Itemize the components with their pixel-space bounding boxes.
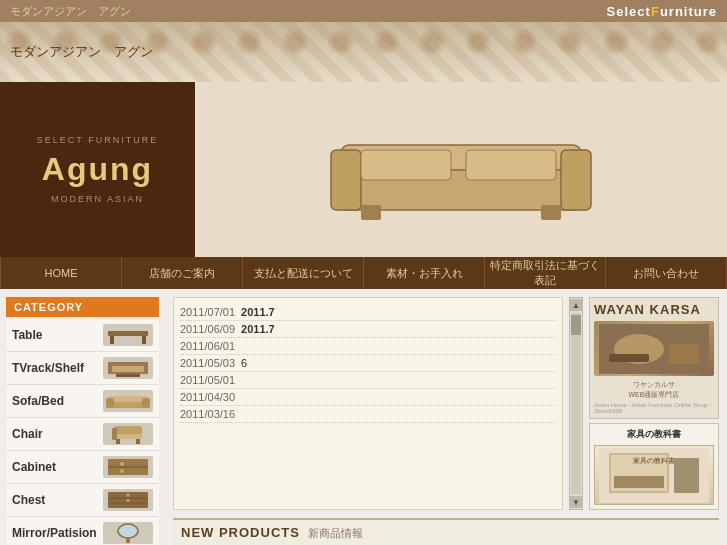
svg-point-31	[127, 499, 130, 502]
chair-icon	[103, 423, 153, 445]
scroll-thumb[interactable]	[571, 315, 581, 335]
sidebar-item-sofa[interactable]: Sofa/Bed	[6, 385, 159, 418]
news-item-3: 2011/06/01	[180, 338, 556, 355]
nav-contact[interactable]: お問い合わせ	[606, 257, 727, 289]
svg-point-26	[120, 469, 124, 473]
sidebar-item-tvrack[interactable]: TVrack/Shelf	[6, 352, 159, 385]
ad-panel: WAYAN KARSA ワヤンカルサWEB通販専門店 Asian Home - …	[589, 297, 719, 510]
svg-rect-19	[114, 434, 142, 439]
ad-wayan-karsa[interactable]: WAYAN KARSA ワヤンカルサWEB通販専門店 Asian Home - …	[589, 297, 719, 419]
svg-rect-17	[142, 398, 150, 408]
svg-rect-7	[466, 150, 556, 180]
cabinet-icon	[103, 456, 153, 478]
svg-rect-5	[541, 205, 561, 220]
ad-wayan-subtitle: Asian Home - Asian Furniture Online Shop…	[594, 402, 714, 414]
svg-point-30	[127, 494, 130, 497]
nav-store[interactable]: 店舗のご案内	[122, 257, 243, 289]
svg-rect-18	[114, 426, 142, 434]
cat-label-sofa: Sofa/Bed	[12, 394, 64, 408]
site-title: SelectFurniture	[607, 4, 717, 19]
svg-rect-43	[674, 458, 699, 493]
new-products-section: NEW PRODUCTS 新商品情報	[173, 518, 719, 545]
nav-payment[interactable]: 支払と配送について	[243, 257, 364, 289]
svg-rect-36	[609, 354, 649, 362]
hero-brand: Agung	[42, 151, 153, 188]
svg-point-25	[120, 462, 124, 466]
sofa-icon	[103, 390, 153, 412]
scroll-track	[571, 313, 581, 494]
main-content: CATEGORY Table TVrack/Shelf Sofa/Bed Cha…	[0, 289, 727, 545]
news-item-7: 2011/03/16	[180, 406, 556, 423]
hero-sub-label: SELECT FURNITURE	[37, 135, 158, 145]
svg-rect-8	[108, 331, 148, 336]
svg-rect-2	[331, 150, 361, 210]
hero-logo: SELECT FURNITURE Agung MODERN ASIAN	[0, 82, 195, 257]
chest-icon	[103, 489, 153, 511]
hero-tagline: MODERN ASIAN	[51, 194, 144, 204]
news-scrollbar[interactable]: ▲ ▼	[569, 297, 583, 510]
svg-rect-41	[614, 476, 664, 488]
sidebar-item-cabinet[interactable]: Cabinet	[6, 451, 159, 484]
svg-rect-21	[136, 439, 140, 444]
hero: SELECT FURNITURE Agung MODERN ASIAN	[0, 82, 727, 257]
svg-rect-16	[106, 398, 114, 408]
svg-rect-9	[110, 336, 114, 344]
cat-label-table: Table	[12, 328, 42, 342]
svg-rect-12	[112, 366, 144, 372]
svg-rect-6	[361, 150, 451, 180]
ad-book[interactable]: 家具の教科書 家具の教科書	[589, 423, 719, 510]
svg-point-32	[118, 524, 138, 538]
ad-wayan-image	[594, 321, 714, 376]
news-item-4: 2011/05/03 6	[180, 355, 556, 372]
top-bar: モダンアジアン アグン SelectFurniture	[0, 0, 727, 22]
tvrack-icon	[103, 357, 153, 379]
mirror-icon	[103, 522, 153, 544]
cat-label-chair: Chair	[12, 427, 43, 441]
news-item-6: 2011/04/30	[180, 389, 556, 406]
nav: HOME 店舗のご案内 支払と配送について 素材・お手入れ 特定商取引法に基づく…	[0, 257, 727, 289]
ad-book-title: 家具の教科書	[594, 428, 714, 441]
ad-wayan-text: ワヤンカルサWEB通販専門店	[594, 380, 714, 400]
new-products-label: NEW PRODUCTS	[181, 525, 300, 540]
hero-image	[195, 82, 727, 257]
svg-rect-22	[112, 428, 117, 440]
nav-legal[interactable]: 特定商取引法に基づく表記	[485, 257, 606, 289]
cat-label-cabinet: Cabinet	[12, 460, 56, 474]
sidebar-item-table[interactable]: Table	[6, 319, 159, 352]
scroll-down-arrow[interactable]: ▼	[570, 496, 582, 508]
sidebar-item-chair[interactable]: Chair	[6, 418, 159, 451]
category-header: CATEGORY	[6, 297, 159, 317]
breadcrumb: モダンアジアン アグン	[10, 4, 131, 19]
svg-rect-3	[561, 150, 591, 210]
svg-rect-33	[126, 537, 130, 543]
cat-label-tvrack: TVrack/Shelf	[12, 361, 84, 375]
new-products-header: NEW PRODUCTS 新商品情報	[173, 520, 719, 545]
new-products-label-ja: 新商品情報	[308, 526, 363, 541]
header-breadcrumb: モダンアジアン アグン	[10, 43, 153, 61]
svg-rect-13	[116, 374, 140, 377]
news-item-2: 2011/06/09 2011.7	[180, 321, 556, 338]
ad-book-image: 家具の教科書	[594, 445, 714, 505]
svg-rect-37	[669, 344, 699, 364]
news-section: 2011/07/01 2011.7 2011/06/09 2011.7 2011…	[173, 297, 719, 510]
scroll-up-arrow[interactable]: ▲	[570, 299, 582, 311]
ad-wayan-title: WAYAN KARSA	[594, 302, 714, 317]
sidebar-item-mirror[interactable]: Mirror/Patision	[6, 517, 159, 545]
cat-label-chest: Chest	[12, 493, 45, 507]
header: モダンアジアン アグン	[0, 22, 727, 82]
svg-rect-4	[361, 205, 381, 220]
news-list: 2011/07/01 2011.7 2011/06/09 2011.7 2011…	[173, 297, 563, 510]
sidebar: CATEGORY Table TVrack/Shelf Sofa/Bed Cha…	[0, 289, 165, 545]
table-icon	[103, 324, 153, 346]
sidebar-item-chest[interactable]: Chest	[6, 484, 159, 517]
content-area: 2011/07/01 2011.7 2011/06/09 2011.7 2011…	[165, 289, 727, 545]
nav-material[interactable]: 素材・お手入れ	[364, 257, 485, 289]
news-item-1: 2011/07/01 2011.7	[180, 304, 556, 321]
svg-rect-10	[142, 336, 146, 344]
sofa-illustration	[311, 110, 611, 230]
svg-text:家具の教科書: 家具の教科書	[633, 457, 675, 465]
news-item-5: 2011/05/01	[180, 372, 556, 389]
nav-home[interactable]: HOME	[0, 257, 122, 289]
cat-label-mirror: Mirror/Patision	[12, 526, 97, 540]
